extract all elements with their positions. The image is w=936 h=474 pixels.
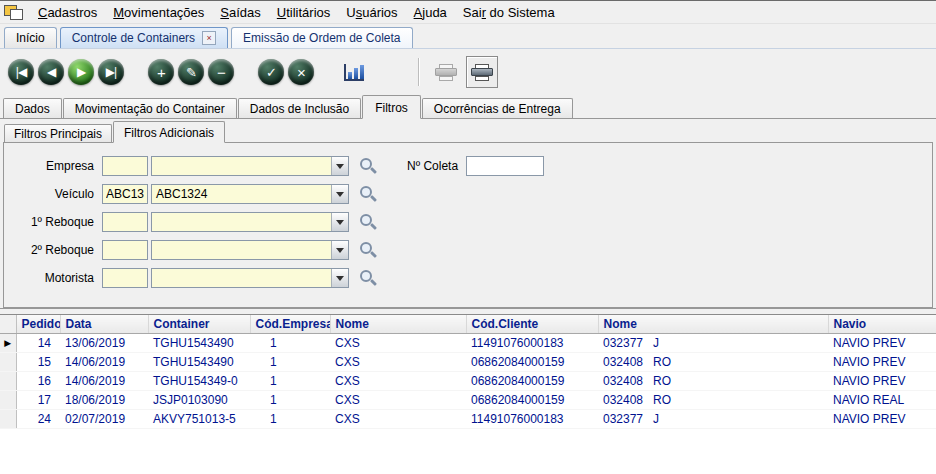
veiculo-code-input[interactable] xyxy=(102,184,148,204)
cell-container[interactable]: JSJP0103090 xyxy=(148,391,250,410)
column-header-cod-cliente[interactable]: Cód.Cliente xyxy=(466,315,598,334)
motorista-search-icon[interactable] xyxy=(358,269,377,288)
column-header-data[interactable]: Data xyxy=(60,315,148,334)
tab-ocorrencias-de-entrega[interactable]: Ocorrências de Entrega xyxy=(422,98,573,118)
menu-item-usuarios[interactable]: Usuários xyxy=(338,2,405,23)
empresa-combo[interactable] xyxy=(151,156,349,176)
chevron-down-icon[interactable] xyxy=(331,241,348,259)
tab-dados[interactable]: Dados xyxy=(3,98,62,118)
cell-pedido[interactable]: 17 xyxy=(16,391,60,410)
cell-pedido[interactable]: 15 xyxy=(16,353,60,372)
cell-nome-cliente[interactable]: 032408 RO xyxy=(598,372,828,391)
primeiro-reboque-code-input[interactable] xyxy=(102,212,148,232)
cell-nome[interactable]: CXS xyxy=(330,334,466,353)
primeiro-reboque-combo[interactable] xyxy=(151,212,349,232)
cell-cod-empresa[interactable]: 1 xyxy=(250,334,330,353)
cell-nome-cliente[interactable]: 032377 J xyxy=(598,410,828,429)
cell-data[interactable]: 02/07/2019 xyxy=(60,410,148,429)
cell-navio[interactable]: NAVIO PREV xyxy=(828,353,936,372)
print-button[interactable] xyxy=(466,56,498,88)
table-row[interactable]: 15 14/06/2019 TGHU1543490 1 CXS 06862084… xyxy=(0,353,936,372)
table-row[interactable]: 16 14/06/2019 TGHU154349-0 1 CXS 0686208… xyxy=(0,372,936,391)
cell-nome[interactable]: CXS xyxy=(330,391,466,410)
table-row[interactable]: ▶ 14 13/06/2019 TGHU1543490 1 CXS 114910… xyxy=(0,334,936,353)
column-header-cod-empresa[interactable]: Cód.Empresa xyxy=(250,315,330,334)
tab-filtros[interactable]: Filtros xyxy=(362,95,421,119)
column-header-navio[interactable]: Navio xyxy=(828,315,936,334)
cell-cod-empresa[interactable]: 1 xyxy=(250,410,330,429)
add-record-button[interactable]: + xyxy=(148,59,174,85)
tab-movimentacao-do-container[interactable]: Movimentação do Container xyxy=(63,98,237,118)
empresa-code-input[interactable] xyxy=(102,156,148,176)
chevron-down-icon[interactable] xyxy=(331,213,348,231)
delete-record-button[interactable]: − xyxy=(208,59,234,85)
tab-controle-de-containers[interactable]: Controle de Containers × xyxy=(60,27,228,48)
segundo-reboque-search-icon[interactable] xyxy=(358,241,377,260)
cell-data[interactable]: 14/06/2019 xyxy=(60,372,148,391)
n-coleta-input[interactable] xyxy=(466,156,544,176)
cell-data[interactable]: 18/06/2019 xyxy=(60,391,148,410)
cell-cod-cliente[interactable]: 06862084000159 xyxy=(466,372,598,391)
cell-navio[interactable]: NAVIO REAL xyxy=(828,391,936,410)
cell-cod-cliente[interactable]: 11491076000183 xyxy=(466,334,598,353)
tab-emissao-de-ordem-de-coleta[interactable]: Emissão de Ordem de Coleta xyxy=(231,27,412,48)
cell-data[interactable]: 13/06/2019 xyxy=(60,334,148,353)
cell-nome[interactable]: CXS xyxy=(330,372,466,391)
motorista-code-input[interactable] xyxy=(102,268,148,288)
cell-navio[interactable]: NAVIO PREV xyxy=(828,334,936,353)
cell-pedido[interactable]: 16 xyxy=(16,372,60,391)
next-record-button[interactable]: ▶ xyxy=(68,59,94,85)
table-row[interactable]: 24 02/07/2019 AKVY751013-5 1 CXS 1149107… xyxy=(0,410,936,429)
cell-container[interactable]: TGHU1543490 xyxy=(148,334,250,353)
empresa-search-icon[interactable] xyxy=(358,157,377,176)
cell-cod-cliente[interactable]: 06862084000159 xyxy=(466,353,598,372)
cell-nome-cliente[interactable]: 032408 RO xyxy=(598,391,828,410)
menu-item-cadastros[interactable]: Cadastros xyxy=(30,2,105,23)
menu-item-movimentacoes[interactable]: Movimentações xyxy=(105,2,212,23)
veiculo-combo[interactable]: ABC1324 xyxy=(151,184,349,204)
segundo-reboque-combo[interactable] xyxy=(151,240,349,260)
cell-nome[interactable]: CXS xyxy=(330,353,466,372)
cell-data[interactable]: 14/06/2019 xyxy=(60,353,148,372)
confirm-button[interactable]: ✓ xyxy=(258,59,284,85)
cell-cod-cliente[interactable]: 11491076000183 xyxy=(466,410,598,429)
motorista-combo[interactable] xyxy=(151,268,349,288)
column-header-container[interactable]: Container xyxy=(148,315,250,334)
veiculo-search-icon[interactable] xyxy=(358,185,377,204)
cell-pedido[interactable]: 24 xyxy=(16,410,60,429)
first-record-button[interactable]: |◀ xyxy=(8,59,34,85)
cell-container[interactable]: TGHU1543490 xyxy=(148,353,250,372)
cell-cod-cliente[interactable]: 06862084000159 xyxy=(466,391,598,410)
table-row[interactable]: 17 18/06/2019 JSJP0103090 1 CXS 06862084… xyxy=(0,391,936,410)
segundo-reboque-code-input[interactable] xyxy=(102,240,148,260)
previous-record-button[interactable]: ◀ xyxy=(38,59,64,85)
cell-navio[interactable]: NAVIO PREV xyxy=(828,372,936,391)
chart-button[interactable] xyxy=(338,56,370,88)
menu-item-sair-do-sistema[interactable]: Sair do Sistema xyxy=(455,2,563,23)
menu-item-ajuda[interactable]: Ajuda xyxy=(406,2,455,23)
tab-dados-de-inclusao[interactable]: Dados de Inclusão xyxy=(238,98,361,118)
last-record-button[interactable]: ▶| xyxy=(98,59,124,85)
edit-record-button[interactable]: ✎ xyxy=(178,59,204,85)
menu-item-utilitarios[interactable]: Utilitários xyxy=(269,2,338,23)
cell-cod-empresa[interactable]: 1 xyxy=(250,353,330,372)
cell-nome-cliente[interactable]: 032408 RO xyxy=(598,353,828,372)
cell-nome[interactable]: CXS xyxy=(330,410,466,429)
cell-container[interactable]: AKVY751013-5 xyxy=(148,410,250,429)
cancel-button[interactable]: × xyxy=(288,59,314,85)
menu-item-saidas[interactable]: Saídas xyxy=(212,2,268,23)
cell-pedido[interactable]: 14 xyxy=(16,334,60,353)
chevron-down-icon[interactable] xyxy=(331,269,348,287)
chevron-down-icon[interactable] xyxy=(331,185,348,203)
primeiro-reboque-search-icon[interactable] xyxy=(358,213,377,232)
tab-inicio[interactable]: Início xyxy=(4,27,57,48)
cell-container[interactable]: TGHU154349-0 xyxy=(148,372,250,391)
cell-nome-cliente[interactable]: 032377 J xyxy=(598,334,828,353)
column-header-pedido[interactable]: Pedido xyxy=(16,315,60,334)
cell-navio[interactable]: NAVIO PREV xyxy=(828,410,936,429)
column-header-nome[interactable]: Nome xyxy=(330,315,466,334)
close-tab-icon[interactable]: × xyxy=(202,31,216,45)
column-header-nome-cliente[interactable]: Nome xyxy=(598,315,828,334)
cell-cod-empresa[interactable]: 1 xyxy=(250,391,330,410)
tab-filtros-principais[interactable]: Filtros Principais xyxy=(4,124,112,142)
